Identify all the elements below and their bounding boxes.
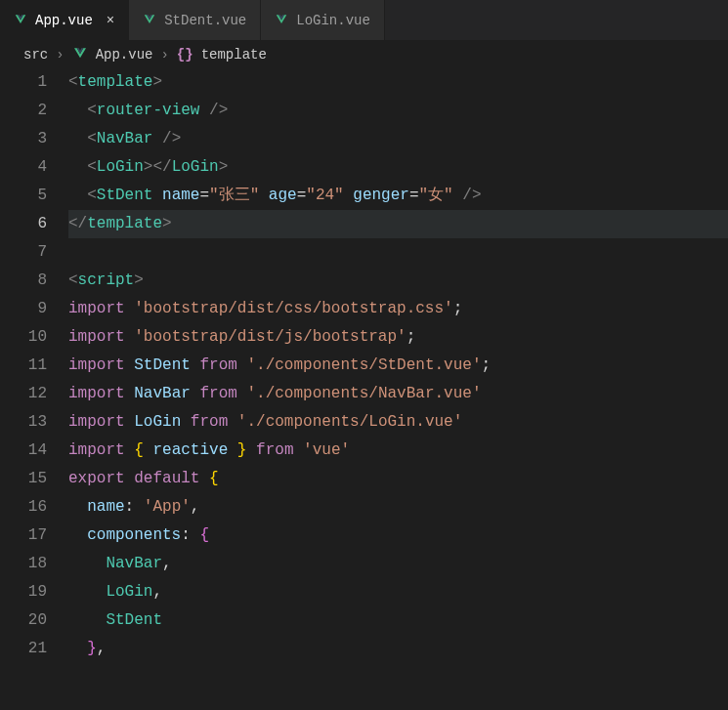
code-line[interactable] bbox=[68, 238, 728, 267]
code-content[interactable]: <template> <router-view /> <NavBar /> <L… bbox=[68, 68, 728, 663]
code-editor[interactable]: 1 2 3 4 5 6 7 8 9 10 11 12 13 14 15 16 1… bbox=[0, 68, 728, 663]
code-line[interactable]: import { reactive } from 'vue' bbox=[68, 437, 728, 465]
code-line[interactable]: import LoGin from './components/LoGin.vu… bbox=[68, 408, 728, 437]
line-number: 1 bbox=[0, 68, 47, 97]
line-number: 3 bbox=[0, 125, 47, 153]
code-line[interactable]: export default { bbox=[68, 465, 728, 493]
line-number: 6 bbox=[0, 210, 47, 238]
chevron-right-icon: › bbox=[56, 47, 64, 63]
line-number: 2 bbox=[0, 97, 47, 125]
code-line[interactable]: <template> bbox=[68, 68, 728, 97]
line-number: 8 bbox=[0, 267, 47, 295]
line-number: 16 bbox=[0, 493, 47, 522]
code-line[interactable]: }, bbox=[68, 635, 728, 663]
code-line[interactable]: LoGin, bbox=[68, 578, 728, 606]
line-number: 12 bbox=[0, 380, 47, 408]
line-number: 14 bbox=[0, 437, 47, 465]
vue-file-icon bbox=[275, 14, 288, 27]
tab-login-vue[interactable]: LoGin.vue bbox=[261, 0, 385, 40]
tab-label: App.vue bbox=[35, 13, 93, 28]
code-line[interactable]: import NavBar from './components/NavBar.… bbox=[68, 380, 728, 408]
code-line[interactable]: StDent bbox=[68, 606, 728, 635]
tab-bar: App.vue × StDent.vue LoGin.vue bbox=[0, 0, 728, 41]
chevron-right-icon: › bbox=[160, 47, 168, 63]
code-line[interactable]: import StDent from './components/StDent.… bbox=[68, 352, 728, 380]
line-number: 17 bbox=[0, 522, 47, 550]
tab-app-vue[interactable]: App.vue × bbox=[0, 0, 129, 40]
line-number: 15 bbox=[0, 465, 47, 493]
code-line[interactable]: <LoGin></LoGin> bbox=[68, 153, 728, 182]
braces-icon: {} bbox=[177, 47, 193, 63]
code-line[interactable]: NavBar, bbox=[68, 550, 728, 578]
code-line[interactable]: </template> bbox=[68, 210, 728, 238]
code-line[interactable]: <script> bbox=[68, 267, 728, 295]
code-line[interactable]: name: 'App', bbox=[68, 493, 728, 522]
line-number: 19 bbox=[0, 578, 47, 606]
tab-label: LoGin.vue bbox=[296, 13, 370, 28]
line-number: 21 bbox=[0, 635, 47, 663]
breadcrumb-file[interactable]: App.vue bbox=[96, 47, 153, 63]
vue-file-icon bbox=[143, 14, 156, 27]
line-number: 11 bbox=[0, 352, 47, 380]
line-gutter: 1 2 3 4 5 6 7 8 9 10 11 12 13 14 15 16 1… bbox=[0, 68, 68, 663]
vue-file-icon bbox=[14, 14, 27, 27]
line-number: 4 bbox=[0, 153, 47, 182]
line-number: 13 bbox=[0, 408, 47, 437]
vue-file-icon bbox=[72, 47, 88, 63]
line-number: 18 bbox=[0, 550, 47, 578]
breadcrumb[interactable]: src › App.vue › {} template bbox=[0, 41, 728, 68]
line-number: 5 bbox=[0, 182, 47, 210]
code-line[interactable]: components: { bbox=[68, 522, 728, 550]
line-number: 20 bbox=[0, 606, 47, 635]
breadcrumb-symbol[interactable]: template bbox=[201, 47, 267, 63]
line-number: 10 bbox=[0, 323, 47, 352]
tab-stdent-vue[interactable]: StDent.vue bbox=[129, 0, 261, 40]
breadcrumb-src[interactable]: src bbox=[23, 47, 48, 63]
code-line[interactable]: <StDent name="张三" age="24" genger="女" /> bbox=[68, 182, 728, 210]
line-number: 7 bbox=[0, 238, 47, 267]
code-line[interactable]: import 'bootstrap/dist/js/bootstrap'; bbox=[68, 323, 728, 352]
close-icon[interactable]: × bbox=[107, 13, 114, 28]
code-line[interactable]: <router-view /> bbox=[68, 97, 728, 125]
code-line[interactable]: import 'bootstrap/dist/css/bootstrap.css… bbox=[68, 295, 728, 323]
tab-label: StDent.vue bbox=[164, 13, 246, 28]
code-line[interactable]: <NavBar /> bbox=[68, 125, 728, 153]
line-number: 9 bbox=[0, 295, 47, 323]
